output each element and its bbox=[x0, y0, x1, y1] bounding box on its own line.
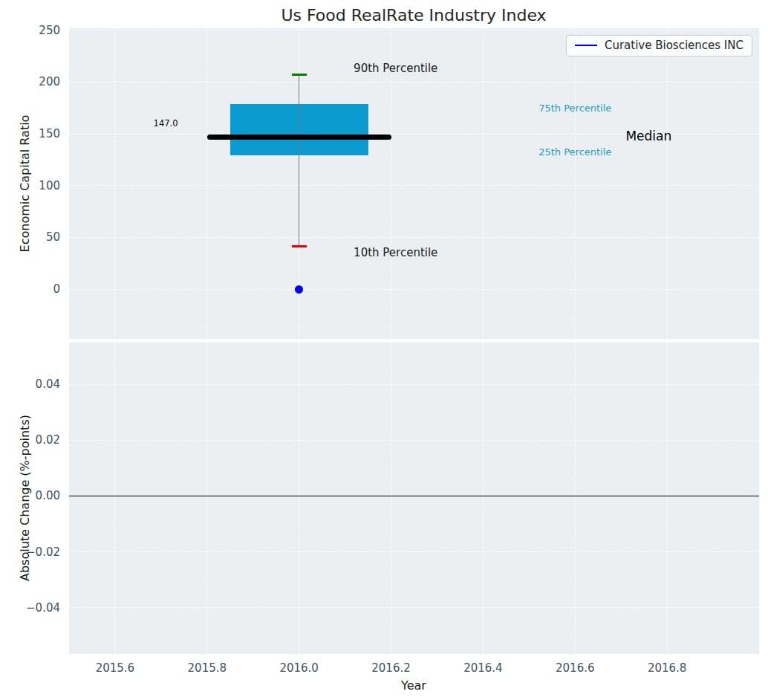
y-tick-label: −0.02 bbox=[0, 545, 60, 559]
x-tick-label: 2016.6 bbox=[556, 661, 595, 675]
y-tick-label: −0.04 bbox=[0, 601, 60, 615]
legend-label: Curative Biosciences INC bbox=[605, 39, 743, 52]
gridline-horizontal bbox=[69, 289, 759, 290]
y-tick-label: 200 bbox=[0, 75, 60, 88]
x-tick-label: 2016.0 bbox=[279, 661, 319, 675]
annotation: 10th Percentile bbox=[354, 246, 437, 259]
zero-reference-line bbox=[69, 496, 759, 497]
gridline-vertical bbox=[667, 28, 668, 339]
annotation: 90th Percentile bbox=[354, 62, 437, 75]
annotation: 25th Percentile bbox=[538, 146, 611, 157]
x-axis-label: Year bbox=[401, 678, 426, 693]
y-tick-label: 0 bbox=[0, 282, 60, 296]
gridline-vertical bbox=[483, 28, 484, 339]
y-tick-label: 50 bbox=[0, 230, 60, 244]
annotation: 147.0 bbox=[154, 118, 178, 129]
whisker-line bbox=[299, 75, 299, 247]
y-tick-label: 0.02 bbox=[0, 433, 60, 447]
p90-whisker-cap bbox=[292, 74, 307, 76]
y-tick-label: 0.00 bbox=[0, 489, 60, 502]
legend: Curative Biosciences INC bbox=[566, 35, 752, 56]
gridline-horizontal bbox=[69, 607, 759, 608]
gridline-horizontal bbox=[69, 551, 759, 552]
x-tick-label: 2016.8 bbox=[648, 661, 687, 675]
annotation: Median bbox=[625, 129, 671, 143]
data-point bbox=[295, 285, 303, 294]
gridline-horizontal bbox=[69, 185, 759, 186]
x-tick-label: 2015.8 bbox=[188, 661, 227, 675]
chart-title: Us Food RealRate Industry Index bbox=[281, 6, 546, 25]
gridline-horizontal bbox=[69, 82, 759, 82]
gridline-horizontal bbox=[69, 237, 759, 238]
bottom-plot-area bbox=[69, 343, 759, 654]
p10-whisker-cap bbox=[292, 245, 307, 247]
legend-line-swatch bbox=[575, 45, 597, 46]
gridline-vertical bbox=[114, 28, 115, 339]
y-tick-label: 0.04 bbox=[0, 377, 60, 391]
gridline-horizontal bbox=[69, 440, 759, 441]
gridline-horizontal bbox=[69, 30, 759, 30]
y-tick-label: 100 bbox=[0, 179, 60, 192]
y-tick-label: 250 bbox=[0, 24, 60, 37]
x-tick-label: 2016.4 bbox=[463, 661, 503, 675]
y-tick-label: 150 bbox=[0, 127, 60, 140]
top-plot-area: Curative Biosciences INC 147.090th Perce… bbox=[69, 28, 759, 339]
gridline-horizontal bbox=[69, 384, 759, 385]
figure: Us Food RealRate Industry Index Curative… bbox=[0, 0, 768, 700]
x-tick-label: 2016.2 bbox=[371, 661, 411, 675]
gridline-vertical bbox=[206, 28, 207, 339]
gridline-vertical bbox=[575, 28, 576, 339]
annotation: 75th Percentile bbox=[538, 103, 611, 114]
x-tick-label: 2015.6 bbox=[96, 661, 135, 675]
median-line bbox=[207, 135, 391, 140]
